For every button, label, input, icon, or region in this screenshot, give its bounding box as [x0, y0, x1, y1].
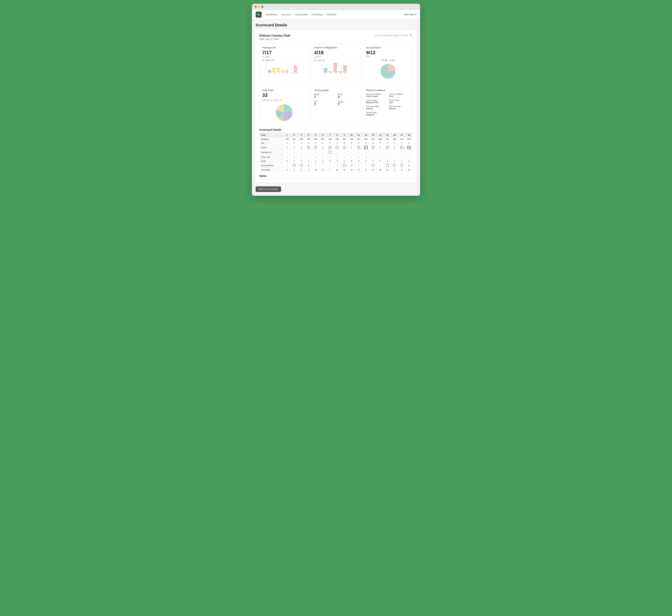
nav-students[interactable]: Students — [327, 12, 336, 17]
svg-rect-38 — [324, 68, 327, 72]
ud2 — [291, 163, 298, 168]
hole-2-header: 2 — [291, 133, 298, 137]
gir-label: Greens In Regulation — [314, 46, 358, 49]
p8: 4 — [334, 141, 341, 145]
fh13-icon: → — [372, 151, 374, 154]
gh5-icon: ✓ — [315, 155, 317, 158]
p1: 3 — [283, 141, 290, 145]
hc6: 6 — [319, 168, 326, 172]
distance-label: Distance — [260, 137, 283, 141]
s14: 5 — [377, 145, 384, 150]
p13: 5 — [369, 141, 377, 145]
score-circle-13: 4 — [371, 146, 375, 149]
d16: 498 — [391, 137, 398, 141]
hole-18-header: 18 — [405, 133, 412, 137]
putts-legend: 0 1 2 3 4 — [262, 99, 306, 101]
pu15: 4 — [384, 159, 391, 163]
p7: 3 — [326, 141, 334, 145]
user-menu[interactable]: Test User ▾ — [404, 13, 416, 16]
fairway-hit-label: Fairway Hit — [260, 150, 283, 155]
ud11: ✓ — [355, 163, 362, 168]
d17: 413 — [398, 137, 405, 141]
score-box-17: 5 — [400, 146, 403, 149]
ud5: ✓ — [312, 163, 319, 168]
hole-1-header: 1 — [283, 133, 290, 137]
svg-rect-14 — [285, 70, 289, 72]
pu1: 3 — [283, 159, 290, 163]
score-circle-8: 3 — [335, 146, 339, 149]
fairways-value: 7/17 — [262, 50, 306, 55]
gh2: ✓ — [291, 155, 298, 159]
ud8: ✓ — [334, 163, 341, 168]
distance-row: Distance 195 161 363 190 504 391 166 393… — [260, 137, 413, 141]
fh10-icon: ← — [350, 151, 353, 154]
svg-text:3: 3 — [266, 67, 266, 68]
maximize-dot[interactable] — [261, 6, 263, 8]
d1: 195 — [283, 137, 290, 141]
hole-17-header: 17 — [398, 133, 405, 137]
physical-label: Physical State — [389, 105, 410, 107]
nav-coaching[interactable]: Coaching — [312, 12, 322, 17]
gh3: ↑ — [298, 155, 305, 159]
fh6: ↑ — [319, 150, 326, 155]
pu4: 3 — [305, 159, 312, 163]
nav-scorecards[interactable]: Scorecards — [295, 12, 308, 17]
svg-text:7: 7 — [321, 62, 322, 64]
fh3: ← — [298, 150, 305, 155]
bottom-grid: Total Putts 33 0 1 2 3 — [259, 86, 413, 126]
close-dot[interactable] — [255, 6, 257, 8]
bogey-label: Bogey — [338, 101, 358, 103]
notes-title: Notes — [259, 174, 413, 177]
green-speed-label: Green Speed — [366, 99, 387, 101]
gh15-icon: → — [386, 155, 389, 158]
putts-row-label: Putts — [260, 159, 283, 163]
ud7-icon: ✓ — [329, 164, 331, 167]
fairways-legend: Fairway Hits — [265, 59, 275, 61]
nav-dashboard[interactable]: Dashboard — [265, 12, 277, 17]
back-to-scorecards-button[interactable]: Back to Scorecards — [256, 186, 281, 192]
pu10: 0 — [348, 159, 355, 163]
nav-courses[interactable]: Courses — [282, 12, 291, 17]
birdie-value: 3 — [338, 95, 358, 99]
d7: 166 — [326, 137, 334, 141]
fh14: ↑ — [377, 150, 384, 155]
score-box-15: 4 — [386, 146, 389, 149]
p17: 4 — [398, 141, 405, 145]
course-cond-value: Thick Rough — [366, 95, 387, 97]
ud9 — [341, 163, 348, 168]
gh18: ← — [405, 155, 412, 159]
hole-7-header: 7 — [326, 133, 334, 137]
gh15: → — [384, 155, 391, 159]
gh17: ↑ — [398, 155, 405, 159]
ud15 — [384, 163, 391, 168]
edit-icon[interactable]: ✏️ — [409, 34, 413, 37]
handicap-label: Handicap — [260, 168, 283, 172]
d13: 527 — [369, 137, 377, 141]
par-value: 7 — [314, 103, 334, 106]
par-row-label: Par — [260, 141, 283, 145]
gh8: ← — [334, 155, 341, 159]
ud2-icon — [293, 164, 295, 166]
course-cond-label: Course Conditions — [366, 93, 387, 95]
fh13: → — [369, 150, 377, 155]
ud3-icon — [300, 164, 303, 166]
minimize-dot[interactable] — [258, 6, 260, 8]
chevron-down-icon: ▾ — [415, 13, 416, 16]
ud14: ✓ — [377, 163, 384, 168]
gh8-icon: ← — [336, 155, 338, 158]
updown-label: Up and Down — [366, 46, 410, 49]
s15: 4 — [384, 145, 391, 150]
ud6: ✓ — [319, 163, 326, 168]
fh12-icon: ← — [365, 151, 367, 154]
score-row: Score 3 3 4 4 4 4 4 3 △ 3 4 6 — [260, 145, 413, 150]
ud16-icon — [393, 164, 396, 166]
hole-header: Hole — [260, 133, 283, 137]
hole-10-header: 10 — [348, 133, 355, 137]
fh14-icon: ↑ — [380, 151, 381, 154]
ud12-icon: ✓ — [365, 164, 367, 167]
pu16: 2 — [391, 159, 398, 163]
gh16-icon: ↑ — [394, 155, 395, 158]
pu12: 2 — [362, 159, 369, 163]
main-card: Dolores Country Club Date: July 27, 2024… — [256, 30, 416, 183]
hole-12-header: 12 — [362, 133, 369, 137]
